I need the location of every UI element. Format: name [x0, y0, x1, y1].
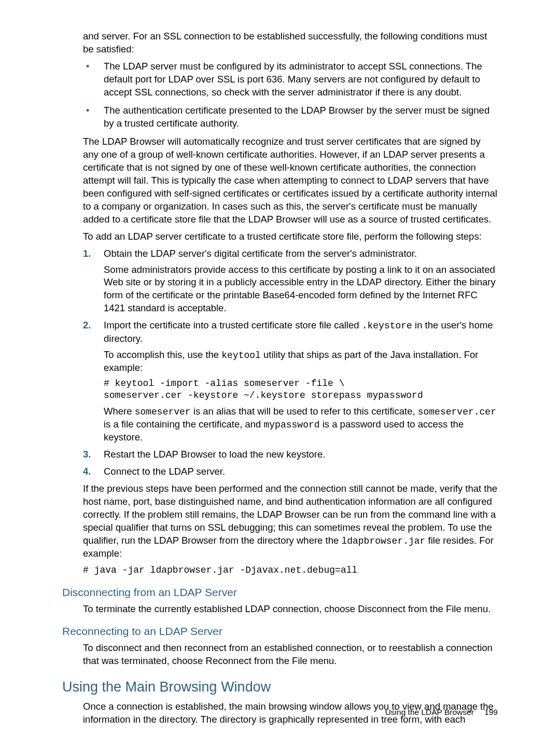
someserver-code: someserver	[135, 407, 191, 417]
step-item: Connect to the LDAP server.	[83, 465, 498, 478]
keytool-command: # keytool -import -alias someserver -fil…	[104, 378, 498, 402]
page-footer: Using the LDAP Browser 199	[385, 708, 498, 717]
heading-reconnect: Reconnecting to an LDAP Server	[62, 625, 498, 638]
conditions-list: The LDAP server must be configured by it…	[62, 60, 498, 130]
intro-paragraph: and server. For an SSL connection to be …	[62, 30, 498, 56]
step2-prefix: Import the certificate into a trusted ce…	[104, 320, 362, 330]
disconnect-paragraph: To terminate the currently established L…	[62, 603, 498, 616]
keytool-code: keytool	[221, 350, 261, 361]
accomplish-prefix: To accomplish this, use the	[104, 349, 221, 360]
java-command: # java -jar ldapbrowser.jar -Djavax.net.…	[62, 564, 498, 576]
step-item: Import the certificate into a trusted ce…	[83, 319, 498, 444]
step2-where: Where someserver is an alias that will b…	[104, 405, 498, 445]
troubleshoot-paragraph: If the previous steps have been performe…	[62, 482, 498, 560]
step-item: Obtain the LDAP server's digital certifi…	[83, 247, 498, 315]
someserver-cer-code: someserver.cer	[418, 407, 496, 417]
reconnect-paragraph: To disconnect and then reconnect from an…	[62, 642, 498, 668]
heading-disconnect: Disconnecting from an LDAP Server	[62, 586, 498, 599]
where-2: is an alias that will be used to refer t…	[191, 406, 418, 417]
page-number: 199	[484, 708, 498, 716]
keystore-code: .keystore	[362, 321, 412, 331]
document-page: and server. For an SSL connection to be …	[0, 0, 560, 746]
steps-list: Obtain the LDAP server's digital certifi…	[62, 247, 498, 479]
list-item: The LDAP server must be configured by it…	[83, 60, 498, 99]
add-cert-intro: To add an LDAP server certificate to a t…	[62, 230, 498, 243]
step-title: Obtain the LDAP server's digital certifi…	[104, 248, 417, 259]
mypassword-code: mypassword	[264, 420, 320, 430]
list-item: The authentication certificate presented…	[83, 104, 498, 130]
where-3: is a file containing the certificate, an…	[104, 419, 264, 430]
heading-main-window: Using the Main Browsing Window	[62, 679, 498, 695]
step-body: Some administrators provide access to th…	[104, 264, 498, 315]
footer-label: Using the LDAP Browser	[385, 708, 474, 716]
step2-accomplish: To accomplish this, use the keytool util…	[104, 349, 498, 375]
where-1: Where	[104, 406, 135, 417]
ldapbrowser-jar-code: ldapbrowser.jar	[341, 536, 425, 546]
recognize-paragraph: The LDAP Browser will automatically reco…	[62, 135, 498, 226]
step-item: Restart the LDAP Browser to load the new…	[83, 448, 498, 461]
